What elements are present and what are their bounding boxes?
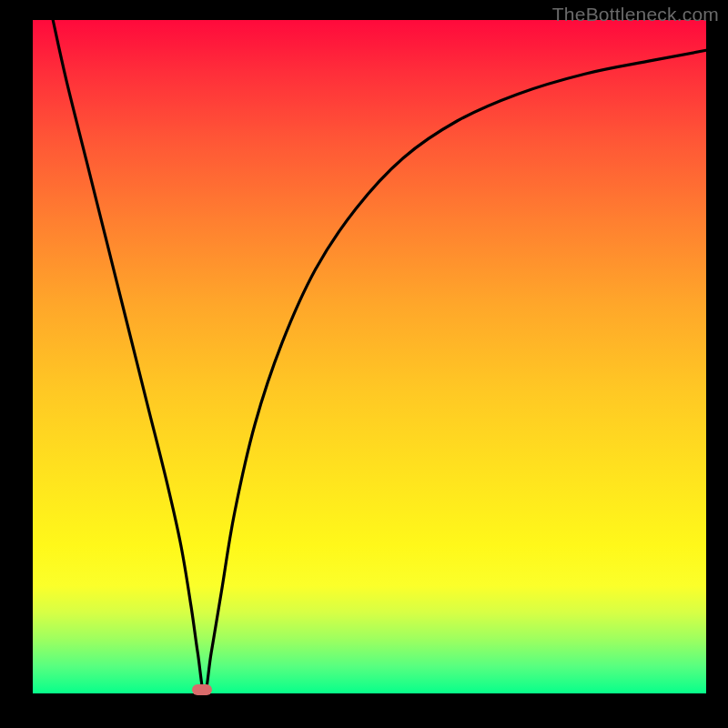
watermark-text: TheBottleneck.com (552, 4, 719, 25)
chart-plot-area (33, 20, 706, 693)
optimum-marker (192, 684, 212, 695)
bottleneck-curve (33, 20, 706, 693)
